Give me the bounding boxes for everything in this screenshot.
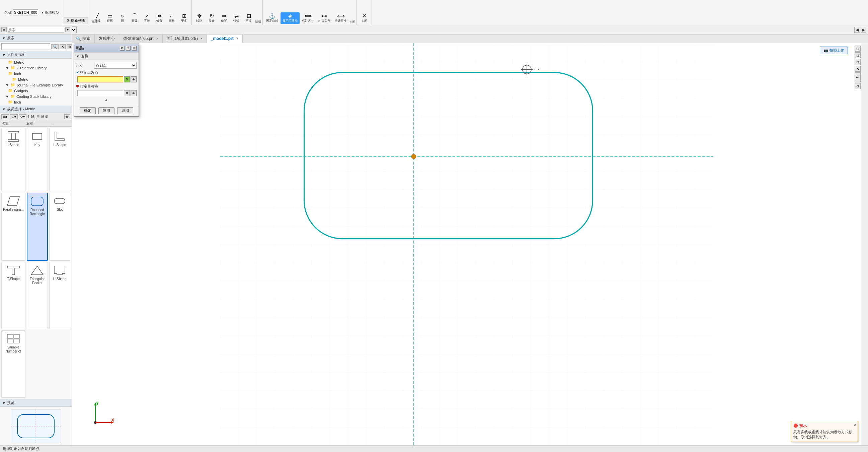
file-tree-section-title[interactable]: ▼ 文件夹视图 bbox=[0, 51, 72, 59]
members-filter-btn[interactable]: ▽▾ bbox=[10, 114, 18, 119]
member-item-i-shape[interactable]: I-Shape bbox=[1, 128, 26, 191]
source-point-btn1[interactable]: ⚙ bbox=[124, 76, 130, 82]
dialog-cancel-btn[interactable]: 取消 bbox=[117, 107, 133, 114]
arc-btn[interactable]: ⌒ 圆弧 bbox=[128, 12, 141, 24]
top-toolbar: 名称 ▾ 高清模型 ⟳ 刷新列表 ╱ 直线 ▭ 矩形 ○ 圆 ⌒ 圆弧 ⟋ 直线 bbox=[0, 0, 868, 25]
status-bar: 选择对象以自动判断点 bbox=[0, 445, 868, 452]
target-point-input[interactable] bbox=[77, 90, 123, 96]
members-count: 1-16, 共 16 项 bbox=[27, 115, 48, 119]
dialog-help-btn[interactable]: ↺ bbox=[120, 46, 125, 51]
dialog-transform-section[interactable]: ▼ 变换 bbox=[74, 52, 138, 60]
tree-item-metric1[interactable]: 📁 Metric bbox=[0, 59, 72, 65]
sketch-name-label: 名称 bbox=[4, 10, 12, 15]
quick-dim-btn[interactable]: ⟷ 快速尺寸 bbox=[333, 12, 349, 24]
tree-item-metric2[interactable]: 📁 Metric bbox=[0, 76, 72, 82]
main-canvas[interactable]: · · Y X 📷 拍照上传 ◻ □ □ ✕ ⋯ ⚙ bbox=[72, 43, 861, 445]
offset-btn[interactable]: ⇔ 偏置 bbox=[153, 12, 165, 24]
target-point-btn2[interactable]: ⊕ bbox=[130, 90, 136, 96]
dialog-confirm-btn[interactable]: 确定 bbox=[80, 107, 96, 114]
tab-prt01[interactable]: 面门1项具01.prt() × bbox=[163, 34, 207, 43]
members-section-title[interactable]: ▼ 成员选择 - Metric bbox=[0, 106, 72, 113]
offset2-btn[interactable]: ⇒ 偏置 bbox=[218, 12, 230, 24]
tree-item-coating[interactable]: ▼ 📁 Coating Stack Library bbox=[0, 93, 72, 99]
source-point-input[interactable] bbox=[77, 76, 123, 82]
members-more-btn[interactable]: ⊕ bbox=[64, 114, 70, 119]
expand-icon[interactable]: ▲ bbox=[104, 97, 108, 102]
more-draw-btn[interactable]: ⊞ 更多 bbox=[178, 12, 190, 24]
notification-close-btn[interactable]: × bbox=[854, 423, 856, 427]
key-icon bbox=[30, 131, 44, 142]
mirror-btn[interactable]: ⇌ 镜像 bbox=[230, 12, 242, 24]
search-section-title[interactable]: ▼ 搜索 bbox=[0, 34, 72, 42]
view-more-btn[interactable]: ⋯ bbox=[855, 73, 861, 82]
constraint-toolbar-group: ⚓ 固定曲线 ◈ 显示可移动 ⟺ 标注尺寸 ⊷ 约束关系 ⟷ 快速尺寸 关闭 bbox=[263, 0, 357, 25]
search-btn[interactable]: 🔍 bbox=[51, 44, 59, 49]
member-item-rounded-rectangle[interactable]: Rounded Rectangle bbox=[27, 193, 48, 261]
upload-btn[interactable]: 📷 拍照上传 bbox=[820, 47, 848, 54]
member-item-u-shape[interactable]: U-Shape bbox=[49, 262, 70, 329]
panel-search-input[interactable] bbox=[8, 27, 64, 33]
view-cross-btn[interactable]: ✕ bbox=[855, 66, 861, 72]
dialog-apply-btn[interactable]: 应用 bbox=[98, 107, 115, 114]
dialog-pin-btn[interactable]: ? bbox=[126, 46, 130, 51]
nav-next-icon[interactable]: ▶ bbox=[861, 27, 866, 33]
member-item-triangular-pocket[interactable]: Triangular Pocket bbox=[27, 262, 48, 329]
more-edit-btn[interactable]: ⊞ 更多 bbox=[243, 12, 255, 24]
view-xz-btn[interactable]: □ bbox=[855, 59, 861, 65]
member-item-t-shape[interactable]: T-Shape bbox=[1, 262, 26, 329]
constraint-btn[interactable]: ⊷ 约束关系 bbox=[316, 12, 332, 24]
member-item-slot[interactable]: Slot bbox=[49, 193, 70, 261]
axis-indicator: Y X bbox=[89, 401, 116, 428]
panel-filter-btn[interactable]: ▾ bbox=[65, 27, 70, 32]
tab-search[interactable]: 🔍 搜索 bbox=[72, 34, 95, 43]
motion-select[interactable]: 点到点 bbox=[94, 62, 136, 69]
fix-curve-btn[interactable]: ⚓ 固定曲线 bbox=[264, 12, 280, 24]
close-sketch-btn[interactable]: ✕ 关闭 bbox=[358, 12, 370, 24]
members-refresh-btn[interactable]: ⟳▾ bbox=[19, 114, 26, 119]
members-view-btn[interactable]: ⊞▾ bbox=[1, 114, 9, 119]
view-xy-btn[interactable]: □ bbox=[855, 52, 861, 58]
tree-item-journal[interactable]: ▼ 📁 Journal File Example Library bbox=[0, 82, 72, 88]
svg-marker-4 bbox=[7, 197, 20, 205]
search-clear-btn[interactable]: ✕ bbox=[60, 44, 66, 49]
circle-btn[interactable]: ○ 圆 bbox=[116, 12, 128, 24]
move-btn[interactable]: ✥ 移动 bbox=[193, 12, 205, 24]
source-point-btn2[interactable]: ⊕ bbox=[130, 76, 136, 82]
close-toolbar-group: ✕ 关闭 bbox=[357, 0, 372, 25]
dialog-close-btn[interactable]: ✕ bbox=[132, 46, 136, 51]
target-point-btn1[interactable]: ⚙ bbox=[124, 90, 130, 96]
view-setting-btn[interactable]: ⚙ bbox=[855, 83, 861, 89]
panel-menu-btn[interactable]: ≡ bbox=[1, 27, 7, 32]
l-shape-icon bbox=[52, 131, 67, 142]
tree-item-inch2[interactable]: 📁 Inch bbox=[0, 99, 72, 105]
refresh-btn[interactable]: ⟳ 刷新列表 bbox=[64, 17, 88, 24]
tab-discover[interactable]: 发现中心 bbox=[95, 34, 119, 43]
dimension-btn[interactable]: ⟺ 标注尺寸 bbox=[300, 12, 316, 24]
tab-model1[interactable]: _model1.prt × bbox=[207, 34, 243, 43]
line2-btn[interactable]: ⟋ 直线 bbox=[141, 12, 153, 24]
show-movable-btn[interactable]: ◈ 显示可移动 bbox=[281, 12, 300, 24]
tree-item-gadgets[interactable]: 📁 Gadgets bbox=[0, 88, 72, 93]
rect-btn[interactable]: ▭ 矩形 bbox=[104, 12, 116, 24]
member-item-parallelogram[interactable]: Parallelogra... bbox=[1, 193, 26, 261]
dialog-motion-row: 运动 点到点 bbox=[76, 62, 136, 69]
file-tree: 📁 Metric ▼ 📁 2D Section Library 📁 Inch 📁… bbox=[0, 59, 72, 106]
edit-toolbar-group: ✥ 移动 ↻ 旋转 ⇒ 偏置 ⇌ 镜像 ⊞ 更多 编辑 bbox=[192, 0, 263, 25]
member-item-variable[interactable]: Variable Number of bbox=[1, 330, 26, 398]
fillet-btn[interactable]: ⌐ 圆角 bbox=[166, 12, 178, 24]
tab-prt05[interactable]: 炸弹源编配05.prt × bbox=[119, 34, 163, 43]
tree-item-inch1[interactable]: 📁 Inch bbox=[0, 71, 72, 76]
preview-title[interactable]: ▼ 预览 bbox=[0, 399, 72, 407]
search-adv-btn[interactable]: ⊕ bbox=[67, 44, 72, 49]
svg-rect-10 bbox=[7, 339, 13, 343]
nav-prev-icon[interactable]: ◀ bbox=[854, 27, 860, 33]
tree-item-2d-section[interactable]: ▼ 📁 2D Section Library bbox=[0, 65, 72, 71]
member-item-key[interactable]: Key bbox=[27, 128, 48, 191]
preview-svg bbox=[11, 409, 61, 443]
view-3d-btn[interactable]: ◻ bbox=[855, 46, 861, 52]
sketch-name-input[interactable] bbox=[13, 9, 38, 16]
member-item-l-shape[interactable]: L-Shape bbox=[49, 128, 70, 191]
slot-icon bbox=[52, 195, 67, 207]
rotate-btn[interactable]: ↻ 旋转 bbox=[206, 12, 218, 24]
search-input[interactable] bbox=[1, 43, 50, 50]
